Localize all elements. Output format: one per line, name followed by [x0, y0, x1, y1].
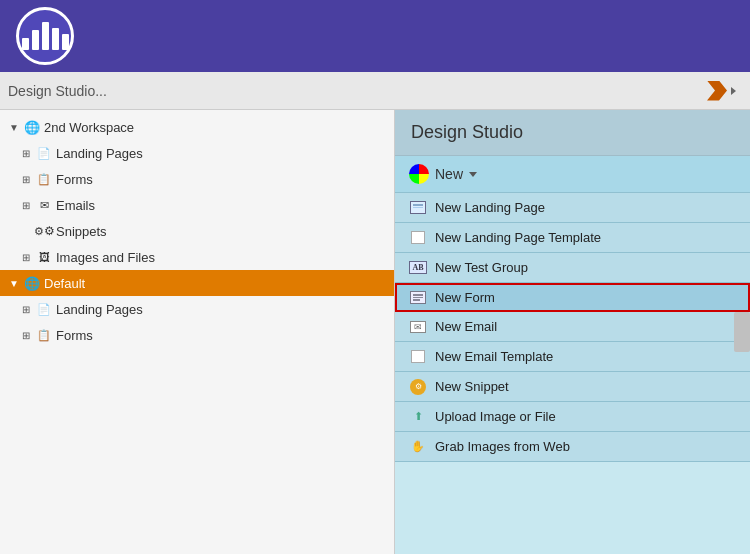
email-icon-sidebar: [36, 197, 52, 213]
sidebar: ▼ 2nd Workspace ⊞ Landing Pages ⊞ Forms …: [0, 110, 395, 554]
default-label: Default: [44, 276, 85, 291]
snippets-label: Snippets: [56, 224, 107, 239]
sidebar-item-forms-1[interactable]: ⊞ Forms: [0, 166, 394, 192]
menu-item-new-test-group[interactable]: AB New Test Group: [395, 253, 750, 283]
main-content: ▼ 2nd Workspace ⊞ Landing Pages ⊞ Forms …: [0, 110, 750, 554]
logo-bars: [22, 22, 69, 50]
forms-1-label: Forms: [56, 172, 93, 187]
snippet-icon-sidebar: ⚙: [36, 223, 52, 239]
workspace-label: 2nd Workspace: [44, 120, 134, 135]
scroll-indicator[interactable]: [734, 312, 750, 352]
sidebar-item-emails-1[interactable]: ⊞ Emails: [0, 192, 394, 218]
new-snippet-label: New Snippet: [435, 379, 509, 394]
email-menu-icon: ✉: [409, 320, 427, 334]
arrow-icon: [707, 81, 727, 101]
new-dropdown-arrow: [469, 172, 477, 177]
pages-icon: [36, 145, 52, 161]
new-lp-template-label: New Landing Page Template: [435, 230, 601, 245]
bar-4: [52, 28, 59, 50]
grab-icon: ✋: [409, 440, 427, 454]
right-panel: Design Studio New New Landing Page: [395, 110, 750, 554]
forms-icon-2: [36, 327, 52, 343]
sidebar-item-forms-2[interactable]: ⊞ Forms: [0, 322, 394, 348]
forms-icon: [36, 171, 52, 187]
upload-icon: ⬆: [409, 410, 427, 424]
dropdown-menu: New New Landing Page New Landing Pag: [395, 156, 750, 462]
menu-item-new-snippet[interactable]: ⚙ New Snippet: [395, 372, 750, 402]
new-landing-page-label: New Landing Page: [435, 200, 545, 215]
menu-item-new-email[interactable]: ✉ New Email: [395, 312, 750, 342]
toolbar-title: Design Studio...: [8, 83, 701, 99]
menu-item-new-form[interactable]: New Form: [395, 283, 750, 312]
toolbar: Design Studio...: [0, 72, 750, 110]
forms-2-label: Forms: [56, 328, 93, 343]
menu-item-upload-image[interactable]: ⬆ Upload Image or File: [395, 402, 750, 432]
sidebar-item-workspace[interactable]: ▼ 2nd Workspace: [0, 114, 394, 140]
expand-icon: ▼: [8, 122, 20, 133]
sidebar-item-snippets[interactable]: ⚙ Snippets: [0, 218, 394, 244]
dropdown-arrow-icon: [731, 87, 736, 95]
email-template-icon: [409, 350, 427, 364]
sidebar-item-default[interactable]: ▼ Default: [0, 270, 394, 296]
expand-icon-lp1: ⊞: [20, 148, 32, 159]
images-label: Images and Files: [56, 250, 155, 265]
new-email-template-label: New Email Template: [435, 349, 553, 364]
bar-2: [32, 30, 39, 50]
form-icon: [409, 291, 427, 305]
new-colorwheel-icon: [409, 164, 429, 184]
new-button[interactable]: New: [395, 156, 750, 193]
menu-item-new-landing-page[interactable]: New Landing Page: [395, 193, 750, 223]
new-email-label: New Email: [435, 319, 497, 334]
emails-1-label: Emails: [56, 198, 95, 213]
toolbar-arrow-button[interactable]: [701, 77, 742, 105]
sidebar-item-images[interactable]: ⊞ Images and Files: [0, 244, 394, 270]
upload-image-label: Upload Image or File: [435, 409, 556, 424]
globe-icon: [24, 119, 40, 135]
expand-icon-emails: ⊞: [20, 200, 32, 211]
images-icon-sidebar: [36, 249, 52, 265]
expand-icon-forms1: ⊞: [20, 174, 32, 185]
bar-3: [42, 22, 49, 50]
expand-icon-lp2: ⊞: [20, 304, 32, 315]
snippet-menu-icon: ⚙: [409, 380, 427, 394]
menu-item-new-email-template[interactable]: New Email Template: [395, 342, 750, 372]
landing-pages-2-label: Landing Pages: [56, 302, 143, 317]
grab-images-label: Grab Images from Web: [435, 439, 570, 454]
sidebar-item-landing-pages-1[interactable]: ⊞ Landing Pages: [0, 140, 394, 166]
expand-icon-images: ⊞: [20, 252, 32, 263]
design-studio-header: Design Studio: [395, 110, 750, 156]
landing-page-icon: [409, 201, 427, 215]
new-label: New: [435, 166, 463, 182]
new-test-group-label: New Test Group: [435, 260, 528, 275]
app-header: [0, 0, 750, 72]
bar-5: [62, 34, 69, 50]
menu-item-new-lp-template[interactable]: New Landing Page Template: [395, 223, 750, 253]
new-form-label: New Form: [435, 290, 495, 305]
lp-template-icon: [409, 231, 427, 245]
landing-pages-1-label: Landing Pages: [56, 146, 143, 161]
default-globe-icon: [24, 275, 40, 291]
expand-icon-default: ▼: [8, 278, 20, 289]
menu-item-grab-images[interactable]: ✋ Grab Images from Web: [395, 432, 750, 462]
sidebar-item-landing-pages-2[interactable]: ⊞ Landing Pages: [0, 296, 394, 322]
ab-test-icon: AB: [409, 261, 427, 275]
pages-icon-2: [36, 301, 52, 317]
expand-icon-forms2: ⊞: [20, 330, 32, 341]
logo: [16, 7, 74, 65]
bar-1: [22, 38, 29, 50]
